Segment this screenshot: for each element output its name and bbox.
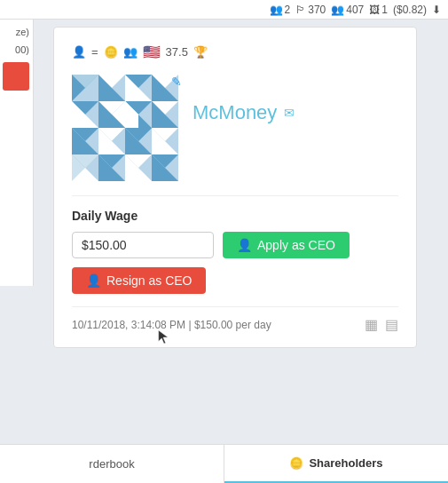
profile-card: 👤 = 🪙 👥 🇺🇸 37.5 🏆 <box>53 27 417 348</box>
profile-header: ✎ McMoney ✉ <box>72 75 398 181</box>
equals-icon: = <box>91 45 98 59</box>
stat-image: 🖼 1 <box>369 4 388 16</box>
stat-count1: 🏳 370 <box>295 4 326 16</box>
username-row: McMoney ✉ <box>193 101 295 124</box>
download-icon[interactable]: ⬇ <box>432 4 441 16</box>
tab-orderbook-label: rderbook <box>89 457 134 471</box>
stat-users: 👥 2 <box>270 4 291 16</box>
stat-price: ($0.82) <box>393 4 427 16</box>
score-value: 37.5 <box>166 45 188 59</box>
group-small-icon: 👥 <box>123 45 138 59</box>
image-icon: 🖼 <box>369 4 380 16</box>
tab-shareholders[interactable]: 🪙 Shareholders <box>224 445 448 483</box>
trophy-icon: 🏆 <box>193 45 208 59</box>
resign-people-icon: 👤 <box>86 273 101 288</box>
tab-orderbook[interactable]: rderbook <box>0 445 224 483</box>
username: McMoney <box>193 101 277 124</box>
table-icon[interactable]: ▦ <box>365 316 378 333</box>
apply-ceo-button[interactable]: 👤 Apply as CEO <box>223 232 350 258</box>
top-bar: 👥 2 🏳 370 👥 407 🖼 1 ($0.82) ⬇ <box>0 0 448 20</box>
wage-row: 👤 Apply as CEO <box>72 232 398 258</box>
resign-ceo-button[interactable]: 👤 Resign as CEO <box>72 267 206 294</box>
left-label-ze: ze) <box>16 27 29 37</box>
footer-icons: ▦ ▤ <box>365 316 398 333</box>
edit-icon[interactable]: ✎ <box>171 75 182 89</box>
tab-shareholders-label: Shareholders <box>309 456 382 470</box>
flag-icon: 🏳 <box>295 4 306 16</box>
avatar-image <box>72 75 178 181</box>
users-icon: 👥 <box>270 4 283 16</box>
avatar-container: ✎ <box>72 75 178 181</box>
us-flag: 🇺🇸 <box>143 44 161 60</box>
left-red-block <box>3 62 29 91</box>
daily-wage-label: Daily Wage <box>72 209 398 223</box>
email-icon[interactable]: ✉ <box>284 106 295 120</box>
group-icon: 👥 <box>331 4 344 16</box>
apply-people-icon: 👤 <box>237 238 252 252</box>
shareholders-icon: 🪙 <box>289 456 303 470</box>
timestamp: 10/11/2018, 3:14:08 PM <box>72 319 185 331</box>
stat-count2: 👥 407 <box>331 4 364 16</box>
resign-row: 👤 Resign as CEO <box>72 267 398 294</box>
left-panel: ze) 00) <box>0 20 34 286</box>
footer-info: 10/11/2018, 3:14:08 PM | $150.00 per day <box>72 319 271 331</box>
coin-icon: 🪙 <box>104 45 118 59</box>
bottom-tabs: rderbook 🪙 Shareholders <box>0 444 448 483</box>
profile-info: McMoney ✉ <box>193 75 295 124</box>
people-small-icon: 👤 <box>72 45 86 59</box>
left-label-00: 00) <box>15 44 29 55</box>
wage-info: $150.00 per day <box>194 319 271 331</box>
card-footer: 10/11/2018, 3:14:08 PM | $150.00 per day… <box>72 306 398 333</box>
stats-row: 👤 = 🪙 👥 🇺🇸 37.5 🏆 <box>72 44 398 60</box>
wage-input[interactable] <box>72 232 214 258</box>
section-divider <box>72 195 398 196</box>
chart-icon[interactable]: ▤ <box>385 316 398 333</box>
